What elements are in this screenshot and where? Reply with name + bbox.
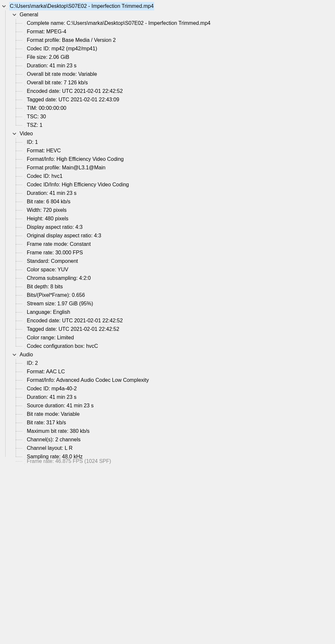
node-dot-icon: ·	[24, 404, 26, 406]
property-text: Frame rate: 46.875 FPS (1024 SPF)	[27, 457, 111, 466]
property-row[interactable]: ·Format: MPEG-4	[24, 27, 335, 36]
property-text: Chroma subsampling: 4:2:0	[27, 274, 91, 282]
node-dot-icon: ·	[24, 345, 26, 347]
section-row-general[interactable]: ·General	[12, 10, 335, 19]
property-row[interactable]: ·Codec ID: hvc1	[24, 172, 335, 180]
property-row[interactable]: ·Format/Info: High Efficiency Video Codi…	[24, 155, 335, 163]
node-dot-icon: ·	[24, 396, 26, 398]
property-text: Standard: Component	[27, 257, 78, 265]
node-dot-icon: ·	[24, 243, 26, 245]
property-text: Bit depth: 8 bits	[27, 282, 63, 291]
property-row[interactable]: ·Format: HEVC	[24, 146, 335, 155]
property-row[interactable]: ·Bit rate: 6 804 kb/s	[24, 197, 335, 206]
property-row[interactable]: ·TSC: 30	[24, 112, 335, 121]
property-row[interactable]: ·Frame rate mode: Constant	[24, 240, 335, 248]
property-row[interactable]: ·Format/Info: Advanced Audio Codec Low C…	[24, 376, 335, 384]
property-row[interactable]: ·Codec ID/Info: High Efficiency Video Co…	[24, 180, 335, 189]
node-dot-icon: ·	[24, 209, 26, 211]
property-row[interactable]: ·Codec ID: mp42 (mp42/mp41)	[24, 44, 335, 53]
property-row[interactable]: ·Channel(s): 2 channels	[24, 435, 335, 444]
property-row[interactable]: ·TSZ: 1	[24, 121, 335, 129]
property-row[interactable]: ·Codec configuration box: hvcC	[24, 342, 335, 350]
section-row-video[interactable]: ·Video	[12, 129, 335, 138]
node-dot-icon: ·	[24, 277, 26, 279]
property-text: ID: 2	[27, 359, 38, 367]
property-text: Bit rate mode: Variable	[27, 410, 80, 418]
property-row[interactable]: ·ID: 1	[24, 138, 335, 146]
tree-root-row[interactable]: · C:\Users\marka\Desktop\S07E02 - Imperf…	[2, 2, 335, 10]
node-dot-icon: ·	[24, 30, 26, 32]
node-dot-icon: ·	[24, 319, 26, 321]
property-row[interactable]: ·Complete name: C:\Users\marka\Desktop\S…	[24, 19, 335, 27]
property-row[interactable]: ·Display aspect ratio: 4:3	[24, 223, 335, 231]
property-row[interactable]: ·Bits/(Pixel*Frame): 0.656	[24, 291, 335, 299]
node-dot-icon: ·	[24, 251, 26, 253]
property-text: Format: MPEG-4	[27, 27, 66, 36]
property-row[interactable]: ·Channel layout: L R	[24, 444, 335, 452]
chevron-down-icon[interactable]	[12, 132, 16, 136]
property-row[interactable]: ·Overall bit rate: 7 126 kb/s	[24, 78, 335, 87]
property-text: Format: HEVC	[27, 146, 61, 155]
property-row[interactable]: ·Chroma subsampling: 4:2:0	[24, 274, 335, 282]
node-dot-icon: ·	[24, 460, 26, 462]
node-dot-icon: ·	[24, 56, 26, 58]
property-text: TSC: 30	[27, 112, 46, 121]
node-dot-icon: ·	[17, 132, 19, 134]
property-row[interactable]: ·Encoded date: UTC 2021-02-01 22:42:52	[24, 316, 335, 325]
node-dot-icon: ·	[24, 124, 26, 126]
property-row[interactable]: ·Frame rate: 30.000 FPS	[24, 248, 335, 257]
node-dot-icon: ·	[24, 115, 26, 117]
property-row[interactable]: ·Color range: Limited	[24, 333, 335, 342]
property-row[interactable]: ·Source duration: 41 min 23 s	[24, 401, 335, 410]
property-text: Duration: 41 min 23 s	[27, 393, 76, 401]
property-row[interactable]: ·Duration: 41 min 23 s	[24, 393, 335, 401]
property-row[interactable]: ·Bit depth: 8 bits	[24, 282, 335, 291]
property-row[interactable]: ·Original display aspect ratio: 4:3	[24, 231, 335, 240]
node-dot-icon: ·	[24, 64, 26, 66]
property-text: TSZ: 1	[27, 121, 42, 129]
property-row[interactable]: ·Bit rate: 317 kb/s	[24, 418, 335, 427]
chevron-down-icon[interactable]	[2, 4, 6, 8]
chevron-down-icon[interactable]	[12, 353, 16, 357]
property-row[interactable]: ·Duration: 41 min 23 s	[24, 189, 335, 197]
property-row[interactable]: ·ID: 2	[24, 359, 335, 367]
file-path-label[interactable]: C:\Users\marka\Desktop\S07E02 - Imperfec…	[9, 2, 154, 10]
property-row[interactable]: ·Codec ID: mp4a-40-2	[24, 384, 335, 393]
property-row[interactable]: ·Height: 480 pixels	[24, 214, 335, 223]
property-row[interactable]: ·Format profile: Base Media / Version 2	[24, 36, 335, 44]
node-dot-icon: ·	[24, 234, 26, 236]
node-dot-icon: ·	[24, 192, 26, 194]
property-row[interactable]: ·File size: 2.06 GiB	[24, 53, 335, 61]
property-row[interactable]: ·Bit rate mode: Variable	[24, 410, 335, 418]
property-text: ID: 1	[27, 138, 38, 146]
node-dot-icon: ·	[24, 328, 26, 330]
property-text: Encoded date: UTC 2021-02-01 22:42:52	[27, 316, 123, 325]
property-text: Format/Info: High Efficiency Video Codin…	[27, 155, 124, 163]
property-row[interactable]: ·Standard: Component	[24, 257, 335, 265]
property-row[interactable]: ·Tagged date: UTC 2021-02-01 22:43:09	[24, 95, 335, 104]
section-row-audio[interactable]: ·Audio	[12, 350, 335, 359]
node-dot-icon: ·	[24, 268, 26, 270]
section-children-audio: ·ID: 2·Format: AAC LC·Format/Info: Advan…	[16, 359, 335, 461]
property-text: Codec ID/Info: High Efficiency Video Cod…	[27, 180, 129, 189]
property-row[interactable]: ·Tagged date: UTC 2021-02-01 22:42:52	[24, 325, 335, 333]
property-row[interactable]: ·Format profile: Main@L3.1@Main	[24, 163, 335, 172]
property-row[interactable]: ·Maximum bit rate: 380 kb/s	[24, 427, 335, 435]
property-text: Channel layout: L R	[27, 444, 73, 452]
node-dot-icon: ·	[24, 141, 26, 143]
property-row[interactable]: ·Duration: 41 min 23 s	[24, 61, 335, 70]
property-row[interactable]: ·TIM: 00:00:00:00	[24, 104, 335, 112]
property-row[interactable]: ·Language: English	[24, 308, 335, 316]
property-row[interactable]: ·Format: AAC LC	[24, 367, 335, 376]
property-row[interactable]: ·Width: 720 pixels	[24, 206, 335, 214]
property-text: Frame rate: 30.000 FPS	[27, 248, 83, 257]
node-dot-icon: ·	[24, 47, 26, 49]
chevron-down-icon[interactable]	[12, 13, 16, 17]
node-dot-icon: ·	[24, 430, 26, 432]
property-text: Bits/(Pixel*Frame): 0.656	[27, 291, 85, 299]
property-row[interactable]: ·Color space: YUV	[24, 265, 335, 274]
node-dot-icon: ·	[24, 90, 26, 92]
property-row[interactable]: ·Encoded date: UTC 2021-02-01 22:42:52	[24, 87, 335, 95]
property-row[interactable]: ·Stream size: 1.97 GiB (95%)	[24, 299, 335, 308]
property-row[interactable]: ·Overall bit rate mode: Variable	[24, 70, 335, 78]
